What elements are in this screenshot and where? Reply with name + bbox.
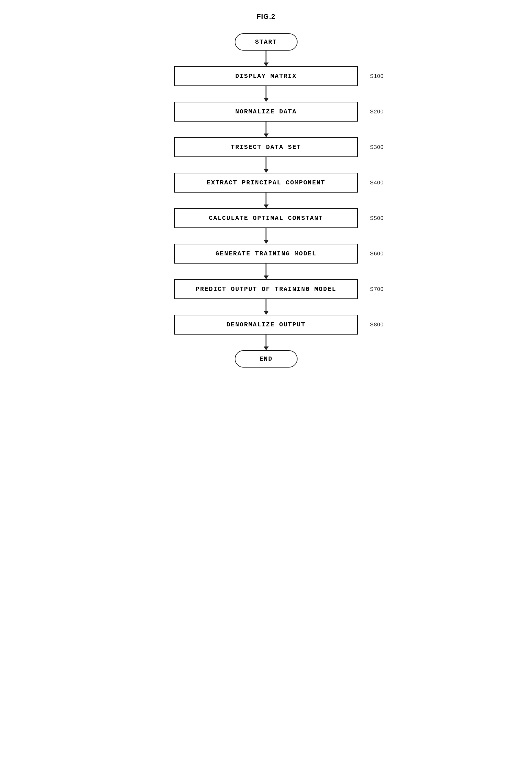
step-s500-box: CALCULATE OPTIMAL CONSTANT [174, 208, 358, 228]
arrow-line [266, 86, 266, 98]
end-terminal: END [235, 350, 298, 368]
step-s300-wrapper: TRISECT DATA SET S300 [149, 137, 384, 157]
step-s300-label: S300 [370, 144, 384, 150]
arrow-head [264, 169, 269, 173]
arrow-head [264, 204, 269, 208]
step-s400-box: EXTRACT PRINCIPAL COMPONENT [174, 173, 358, 193]
page: FIG.2 START DISPLAY MATRIX S100 NORMALIZ… [149, 12, 384, 368]
arrow-2 [264, 121, 269, 137]
step-s700-wrapper: PREDICT OUTPUT OF TRAINING MODEL S700 [149, 279, 384, 299]
step-s300-box: TRISECT DATA SET [174, 137, 358, 157]
arrow-line [266, 51, 266, 62]
step-s200-label: S200 [370, 109, 384, 115]
arrow-line [266, 299, 266, 311]
step-s600-box: GENERATE TRAINING MODEL [174, 244, 358, 263]
step-s500-label: S500 [370, 215, 384, 222]
arrow-head [264, 311, 269, 315]
step-s400-wrapper: EXTRACT PRINCIPAL COMPONENT S400 [149, 173, 384, 193]
step-s100-box: DISPLAY MATRIX [174, 66, 358, 86]
step-s100-label: S100 [370, 73, 384, 80]
arrow-4 [264, 193, 269, 208]
arrow-1 [264, 86, 269, 102]
arrow-line [266, 121, 266, 134]
arrow-head [264, 134, 269, 137]
step-s200-wrapper: NORMALIZE DATA S200 [149, 102, 384, 121]
arrow-head [264, 276, 269, 279]
step-s100-wrapper: DISPLAY MATRIX S100 [149, 66, 384, 86]
arrow-line [266, 228, 266, 240]
arrow-head [264, 240, 269, 244]
start-terminal: START [235, 33, 298, 51]
figure-title: FIG.2 [256, 12, 275, 21]
arrow-0 [264, 51, 269, 66]
arrow-head [264, 346, 269, 350]
step-s700-label: S700 [370, 286, 384, 292]
arrow-6 [264, 263, 269, 279]
arrow-8 [264, 335, 269, 350]
step-s200-box: NORMALIZE DATA [174, 102, 358, 121]
arrow-head [264, 98, 269, 102]
step-s500-wrapper: CALCULATE OPTIMAL CONSTANT S500 [149, 208, 384, 228]
step-s800-wrapper: DENORMALIZE OUTPUT S800 [149, 315, 384, 335]
step-s700-box: PREDICT OUTPUT OF TRAINING MODEL [174, 279, 358, 299]
arrow-line [266, 263, 266, 276]
flowchart: START DISPLAY MATRIX S100 NORMALIZE DATA… [149, 33, 384, 368]
arrow-5 [264, 228, 269, 244]
step-s600-wrapper: GENERATE TRAINING MODEL S600 [149, 244, 384, 263]
step-s600-label: S600 [370, 251, 384, 257]
arrow-head [264, 62, 269, 66]
arrow-3 [264, 157, 269, 173]
step-s400-label: S400 [370, 180, 384, 186]
step-s800-box: DENORMALIZE OUTPUT [174, 315, 358, 335]
arrow-line [266, 157, 266, 169]
arrow-line [266, 193, 266, 204]
step-s800-label: S800 [370, 322, 384, 328]
arrow-7 [264, 299, 269, 315]
arrow-line [266, 335, 266, 346]
